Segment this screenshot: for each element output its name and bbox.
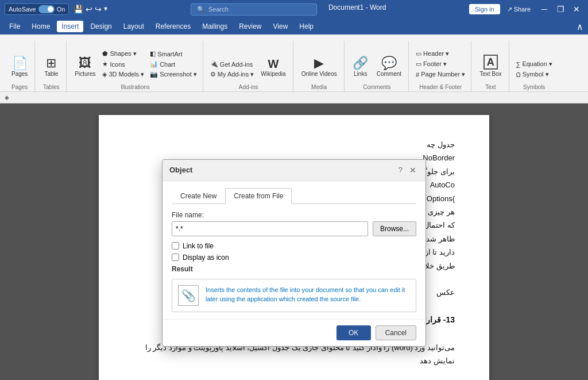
- icons-button[interactable]: ★ Icons: [100, 59, 146, 69]
- file-name-input[interactable]: [172, 221, 368, 236]
- undo-icon[interactable]: ↩: [86, 5, 92, 14]
- table-icon: ⊞: [46, 57, 56, 70]
- icons-label: Icons: [110, 61, 125, 68]
- dialog-body: Create New Create from File File name: B…: [163, 181, 425, 319]
- pictures-button[interactable]: 🖼 Pictures: [71, 55, 99, 79]
- header-button[interactable]: ▭ Header ▾: [413, 49, 467, 59]
- menu-file[interactable]: File: [5, 21, 25, 32]
- menu-home[interactable]: Home: [27, 21, 55, 32]
- smartart-icon: ◧: [150, 50, 156, 57]
- document-area[interactable]: جدول چه NoBorder برای جلوگ AutoCo }Optio…: [0, 103, 588, 380]
- ribbon-group-tables: ⊞ Table Tables: [36, 41, 67, 91]
- search-placeholder: Search: [208, 6, 229, 13]
- comment-icon: 💬: [381, 57, 397, 70]
- equation-button[interactable]: ∑ Equation ▾: [514, 59, 555, 69]
- pages-group-label: Pages: [8, 82, 31, 91]
- shapes-button[interactable]: ⬟ Shapes ▾: [100, 49, 146, 59]
- table-button[interactable]: ⊞ Table: [40, 55, 63, 79]
- footer-icon: ▭: [416, 60, 421, 68]
- search-box[interactable]: 🔍 Search: [191, 3, 317, 16]
- equation-icon: ∑: [516, 61, 521, 68]
- tab-create-new[interactable]: Create New: [172, 188, 225, 204]
- online-videos-button[interactable]: ▶ Online Videos: [298, 55, 341, 79]
- 3d-models-label: 3D Models ▾: [109, 71, 144, 78]
- result-icon: 📎: [178, 285, 199, 306]
- file-name-label: File name:: [172, 211, 416, 219]
- pages-label: Pages: [11, 71, 28, 77]
- search-icon: 🔍: [197, 6, 205, 13]
- menu-mailings[interactable]: Mailings: [198, 21, 232, 32]
- sign-in-button[interactable]: Sign in: [469, 4, 500, 14]
- titlebar-right: Sign in ↗ Share ─ ❐ ✕: [469, 2, 583, 16]
- icons-icon: ★: [102, 60, 108, 68]
- get-addins-button[interactable]: 🔌 Get Add-ins: [208, 59, 256, 69]
- menu-design[interactable]: Design: [86, 21, 116, 32]
- table-label: Table: [44, 71, 58, 77]
- cancel-button[interactable]: Cancel: [376, 325, 416, 340]
- save-icon[interactable]: 💾: [74, 5, 83, 14]
- text-box-button[interactable]: A Text Box: [476, 52, 505, 79]
- footer-button[interactable]: ▭ Footer ▾: [413, 59, 467, 69]
- menu-layout[interactable]: Layout: [119, 21, 149, 32]
- link-to-file-row: Link to file: [172, 242, 416, 250]
- ribbon-group-illustrations: 🖼 Pictures ⬟ Shapes ▾ ★ Icons ◈ 3D Model…: [68, 41, 203, 91]
- ribbon: 📄 Pages Pages ⊞ Table Tables 🖼 Pictures …: [0, 34, 588, 92]
- header-footer-column: ▭ Header ▾ ▭ Footer ▾ # Page Number ▾: [413, 49, 467, 79]
- ribbon-group-media: ▶ Online Videos Media: [295, 41, 345, 91]
- autosave-badge[interactable]: AutoSave On: [5, 3, 69, 15]
- screenshot-label: Screenshot ▾: [160, 71, 197, 78]
- pictures-label: Pictures: [75, 71, 95, 77]
- page-number-button[interactable]: # Page Number ▾: [413, 70, 467, 79]
- menubar: File Home Insert Design Layout Reference…: [0, 18, 588, 34]
- tab-create-from-file[interactable]: Create from File: [225, 188, 292, 204]
- pages-button[interactable]: 📄 Pages: [8, 55, 31, 79]
- comment-button[interactable]: 💬 Comment: [373, 55, 405, 79]
- autosave-label: AutoSave: [9, 6, 36, 13]
- ribbon-group-links: 🔗 Links 💬 Comment Comments: [346, 41, 409, 91]
- menu-help[interactable]: Help: [295, 21, 318, 32]
- browse-button[interactable]: Browse...: [373, 221, 416, 236]
- redo-icon[interactable]: ↪: [95, 5, 102, 14]
- screenshot-button[interactable]: 📷 Screenshot ▾: [148, 70, 199, 79]
- menu-view[interactable]: View: [269, 21, 293, 32]
- autosave-state: On: [57, 6, 65, 13]
- ribbon-group-text: A Text Box Text: [473, 41, 509, 91]
- object-dialog: Object ? ✕ Create New Create from File: [162, 159, 426, 347]
- display-as-icon-checkbox[interactable]: [172, 254, 179, 261]
- document-title: Document1 - Word: [328, 3, 386, 16]
- ok-button[interactable]: OK: [336, 325, 371, 340]
- smartart-button[interactable]: ◧ SmartArt: [148, 49, 199, 59]
- ribbon-group-addins: 🔌 Get Add-ins ⚙ My Add-ins ▾ W Wikipedia…: [204, 41, 293, 91]
- chart-button[interactable]: 📊 Chart: [148, 59, 199, 69]
- my-addins-button[interactable]: ⚙ My Add-ins ▾: [208, 70, 256, 79]
- titlebar: AutoSave On 💾 ↩ ↪ ▾ 🔍 Search Document1 -…: [0, 0, 588, 18]
- dialog-close-button[interactable]: ✕: [407, 164, 419, 176]
- ribbon-collapse-icon[interactable]: ∧: [577, 21, 583, 32]
- symbol-button[interactable]: Ω Symbol ▾: [514, 70, 555, 79]
- window-close-button[interactable]: ✕: [570, 2, 583, 16]
- illustrations-group-label: Illustrations: [71, 82, 199, 91]
- comment-label: Comment: [377, 71, 401, 77]
- 3d-models-icon: ◈: [102, 71, 107, 78]
- restore-button[interactable]: ❐: [554, 2, 567, 16]
- autosave-toggle[interactable]: [38, 5, 55, 13]
- minimize-button[interactable]: ─: [537, 2, 551, 16]
- share-button[interactable]: ↗ Share: [502, 4, 535, 15]
- pages-icon: 📄: [12, 57, 28, 70]
- illustrations-column2: ◧ SmartArt 📊 Chart 📷 Screenshot ▾: [148, 49, 199, 79]
- symbol-label: Symbol ▾: [523, 71, 549, 78]
- menu-insert[interactable]: Insert: [57, 21, 83, 32]
- menu-references[interactable]: References: [151, 21, 195, 32]
- footer-label: Footer ▾: [423, 60, 447, 68]
- links-button[interactable]: 🔗 Links: [349, 55, 372, 79]
- equation-label: Equation ▾: [522, 60, 552, 68]
- illustrations-column: ⬟ Shapes ▾ ★ Icons ◈ 3D Models ▾: [100, 49, 146, 79]
- wikipedia-button[interactable]: W Wikipedia: [257, 56, 289, 79]
- dialog-titlebar: Object ? ✕: [163, 160, 425, 181]
- dialog-help-button[interactable]: ?: [399, 166, 403, 174]
- 3d-models-button[interactable]: ◈ 3D Models ▾: [100, 70, 146, 79]
- quick-access-toolbar: 💾 ↩ ↪ ▾: [74, 5, 107, 14]
- link-to-file-checkbox[interactable]: [172, 242, 179, 250]
- menu-review[interactable]: Review: [234, 21, 266, 32]
- page-number-icon: #: [416, 71, 419, 78]
